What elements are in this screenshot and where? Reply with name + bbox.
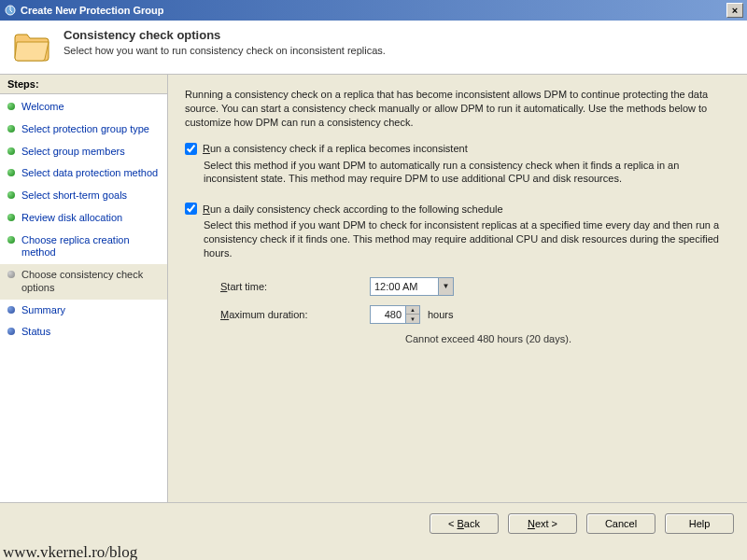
option-auto-consistency: Run a consistency check if a replica bec…	[185, 143, 730, 187]
step-group-members[interactable]: Select group members	[0, 141, 167, 163]
bullet-done-icon	[7, 125, 15, 133]
spinner-down-icon[interactable]: ▼	[406, 315, 419, 323]
option-daily-consistency: Run a daily consistency check according …	[185, 203, 730, 344]
app-icon	[4, 4, 17, 17]
checkbox-daily-consistency[interactable]	[185, 203, 197, 215]
max-duration-spinner[interactable]: 480 ▲ ▼	[370, 305, 420, 324]
step-welcome[interactable]: Welcome	[0, 96, 167, 119]
bullet-done-icon	[7, 191, 15, 199]
back-button[interactable]: < Back	[430, 513, 499, 534]
titlebar: Create New Protection Group ×	[0, 0, 747, 21]
step-label: Summary	[21, 304, 65, 317]
bullet-done-icon	[7, 103, 15, 110]
step-label: Choose consistency check options	[21, 269, 160, 295]
spinner-up-icon[interactable]: ▲	[406, 306, 419, 315]
bullet-done-icon	[7, 236, 15, 244]
folder-icon	[13, 30, 50, 63]
step-data-protection-method[interactable]: Select data protection method	[0, 162, 167, 185]
bullet-pending-icon	[7, 328, 15, 335]
watermark-text: www.vkernel.ro/blog	[3, 543, 137, 560]
wizard-button-bar: < Back Next > Cancel Help	[0, 502, 747, 543]
main-panel: Running a consistency check on a replica…	[168, 75, 747, 502]
schedule-panel: Start time: 12:00 AM ▼ Maximum duration:…	[220, 277, 730, 344]
duration-note: Cannot exceed 480 hours (20 days).	[405, 333, 730, 344]
cancel-button[interactable]: Cancel	[586, 513, 655, 534]
chevron-down-icon[interactable]: ▼	[438, 278, 453, 295]
steps-heading: Steps:	[0, 75, 167, 94]
step-status[interactable]: Status	[0, 321, 167, 343]
bullet-current-icon	[7, 271, 15, 278]
step-consistency-check[interactable]: Choose consistency check options	[0, 264, 167, 300]
intro-text: Running a consistency check on a replica…	[185, 88, 730, 130]
max-duration-value: 480	[371, 306, 405, 323]
page-title: Consistency check options	[63, 28, 386, 42]
start-time-label: Start time:	[220, 281, 370, 292]
step-label: Status	[21, 326, 50, 339]
next-button[interactable]: Next >	[508, 513, 577, 534]
step-short-term-goals[interactable]: Select short-term goals	[0, 185, 167, 207]
step-label: Welcome	[21, 101, 64, 114]
step-label: Select short-term goals	[21, 189, 127, 203]
bullet-pending-icon	[7, 306, 15, 314]
step-label: Choose replica creation method	[21, 234, 160, 260]
step-protection-group-type[interactable]: Select protection group type	[0, 119, 167, 141]
step-replica-creation[interactable]: Choose replica creation method	[0, 230, 167, 265]
start-time-value: 12:00 AM	[371, 278, 438, 295]
step-disk-allocation[interactable]: Review disk allocation	[0, 207, 167, 230]
page-subtitle: Select how you want to run consistency c…	[63, 45, 386, 56]
max-duration-label: Maximum duration:	[220, 309, 370, 320]
checkbox-auto-consistency-label[interactable]: Run a consistency check if a replica bec…	[203, 143, 468, 154]
bullet-done-icon	[7, 169, 15, 176]
duration-unit: hours	[428, 309, 454, 320]
step-label: Select data protection method	[21, 167, 158, 180]
close-button[interactable]: ×	[726, 3, 743, 18]
step-label: Select protection group type	[21, 123, 149, 136]
checkbox-auto-consistency[interactable]	[185, 143, 197, 155]
option-daily-consistency-desc: Select this method if you want DPM to ch…	[204, 218, 730, 260]
checkbox-daily-consistency-label[interactable]: Run a daily consistency check according …	[203, 203, 503, 215]
step-label: Review disk allocation	[21, 212, 122, 225]
step-label: Select group members	[21, 146, 125, 159]
window-title: Create New Protection Group	[21, 5, 163, 16]
steps-sidebar: Steps: Welcome Select protection group t…	[0, 75, 168, 502]
bullet-done-icon	[7, 147, 15, 155]
wizard-header: Consistency check options Select how you…	[0, 21, 747, 75]
help-button[interactable]: Help	[665, 513, 734, 534]
start-time-dropdown[interactable]: 12:00 AM ▼	[370, 277, 454, 296]
option-auto-consistency-desc: Select this method if you want DPM to au…	[204, 159, 730, 187]
steps-list: Welcome Select protection group type Sel…	[0, 94, 167, 345]
bullet-done-icon	[7, 214, 15, 221]
step-summary[interactable]: Summary	[0, 300, 167, 322]
